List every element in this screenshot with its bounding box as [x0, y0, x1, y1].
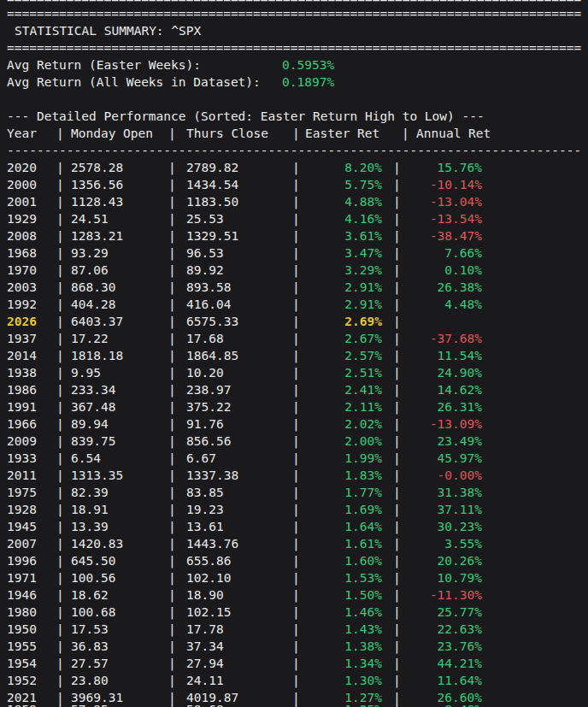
column-divider: | — [393, 347, 401, 364]
column-divider: | — [393, 364, 401, 381]
cell-thurs-close: 96.53 — [186, 245, 224, 262]
column-divider: | — [393, 535, 401, 552]
cell-annual-ret: 15.76% — [408, 159, 482, 176]
column-divider: | — [292, 501, 300, 518]
cell-annual-ret: 10.79% — [408, 569, 482, 586]
column-divider: | — [292, 193, 300, 210]
cell-monday-open: 57.95 — [71, 701, 109, 707]
cell-thurs-close: 37.34 — [186, 638, 224, 655]
table-row: 1933|6.54|6.67|1.99%|45.97% — [0, 450, 588, 467]
column-divider: | — [56, 552, 64, 569]
column-divider: | — [56, 296, 64, 313]
cell-monday-open: 24.51 — [71, 210, 109, 227]
column-divider: | — [56, 279, 64, 296]
column-divider: | — [168, 552, 176, 569]
cell-thurs-close: 24.11 — [186, 672, 224, 689]
cell-thurs-close: 89.92 — [186, 262, 224, 279]
stat-line-easter-weeks: Avg Return (Easter Weeks): 0.5953% — [0, 56, 588, 74]
column-divider: | — [393, 193, 401, 210]
column-divider: | — [292, 655, 300, 672]
column-divider: | — [292, 415, 300, 433]
cell-thurs-close: 1329.51 — [186, 227, 238, 245]
cell-monday-open: 13.39 — [71, 518, 109, 535]
column-divider: | — [292, 672, 300, 689]
table-row: 1946|18.62|18.90|1.50%|-11.30% — [0, 586, 588, 604]
column-divider: | — [292, 701, 300, 707]
column-divider: | — [168, 467, 176, 484]
column-divider: | — [56, 176, 64, 193]
table-row: 2001|1128.43|1183.50|4.88%|-13.04% — [0, 193, 588, 210]
cell-thurs-close: 83.85 — [186, 484, 224, 501]
column-divider: | — [168, 569, 176, 586]
cell-thurs-close: 893.58 — [186, 279, 231, 296]
table-row: 1945|13.39|13.61|1.64%|30.23% — [0, 518, 588, 535]
cell-easter-ret: 1.77% — [302, 484, 382, 501]
table-row: 1966|89.94|91.76|2.02%|-13.09% — [0, 415, 588, 433]
column-divider: | — [393, 330, 401, 347]
cell-year: 2007 — [7, 535, 37, 552]
table-row: 2014|1818.18|1864.85|2.57%|11.54% — [0, 347, 588, 364]
column-divider: | — [56, 484, 64, 501]
col-header-annual-ret: Annual Ret — [416, 125, 491, 142]
cell-easter-ret: 1.61% — [302, 535, 382, 552]
column-divider: | — [292, 210, 300, 227]
cell-easter-ret: 1.99% — [302, 450, 382, 467]
column-divider: | — [393, 262, 401, 279]
cell-monday-open: 839.75 — [71, 433, 115, 450]
cell-monday-open: 100.56 — [71, 569, 115, 586]
cell-easter-ret: 2.91% — [302, 279, 382, 296]
cell-year: 1955 — [7, 638, 37, 655]
cell-year: 1966 — [7, 415, 37, 433]
cell-annual-ret: -11.30% — [408, 586, 482, 604]
column-divider: | — [393, 313, 401, 330]
column-divider: | — [292, 621, 300, 638]
cell-year: 1938 — [7, 364, 37, 381]
cell-year: 1950 — [7, 621, 37, 638]
column-divider: | — [168, 279, 176, 296]
column-divider: | — [168, 604, 176, 621]
cell-easter-ret: 2.57% — [302, 347, 382, 364]
cell-thurs-close: 19.23 — [186, 501, 224, 518]
cell-year: 1968 — [7, 245, 37, 262]
column-divider: | — [56, 245, 64, 262]
column-divider: | — [56, 330, 64, 347]
cell-monday-open: 17.22 — [71, 330, 109, 347]
cell-easter-ret: 2.91% — [302, 296, 382, 313]
column-divider: | — [56, 193, 64, 210]
cell-annual-ret: 7.66% — [408, 245, 482, 262]
column-divider: | — [56, 159, 64, 176]
column-divider: | — [56, 415, 64, 433]
column-divider: | — [292, 347, 300, 364]
column-divider: | — [292, 552, 300, 569]
cell-annual-ret: 30.23% — [408, 518, 482, 535]
cell-annual-ret: 23.76% — [408, 638, 482, 655]
col-header-easter-ret: Easter Ret — [305, 125, 379, 142]
cell-monday-open: 1356.56 — [71, 176, 123, 193]
column-divider: | — [393, 672, 401, 689]
cell-year: 1937 — [7, 330, 37, 347]
column-divider: | — [56, 535, 64, 552]
column-divider: | — [168, 701, 176, 707]
cell-monday-open: 1420.83 — [71, 535, 123, 552]
cell-thurs-close: 91.76 — [186, 415, 224, 433]
cell-year: 1959 — [7, 701, 37, 707]
cell-monday-open: 17.53 — [71, 621, 109, 638]
cell-thurs-close: 18.90 — [186, 586, 224, 604]
column-divider: | — [393, 655, 401, 672]
cell-easter-ret: 1.34% — [302, 655, 382, 672]
column-divider: | — [168, 381, 176, 398]
cell-year: 2008 — [7, 227, 37, 245]
column-divider: | — [292, 450, 300, 467]
column-divider: | — [168, 501, 176, 518]
cell-easter-ret: 8.20% — [302, 159, 382, 176]
cell-year: 1946 — [7, 586, 37, 604]
column-divider: | — [292, 433, 300, 450]
table-row: 2008|1283.21|1329.51|3.61%|-38.47% — [0, 227, 588, 245]
cell-thurs-close: 655.86 — [186, 552, 231, 569]
col-header-year: Year — [7, 125, 37, 142]
section-title: --- Detailed Performance (Sorted: Easter… — [7, 108, 485, 125]
table-header-row: Year | Monday Open | Thurs Close | Easte… — [0, 125, 588, 142]
column-divider: | — [393, 176, 401, 193]
column-divider: | — [56, 701, 64, 707]
cell-thurs-close: 1337.38 — [186, 467, 238, 484]
